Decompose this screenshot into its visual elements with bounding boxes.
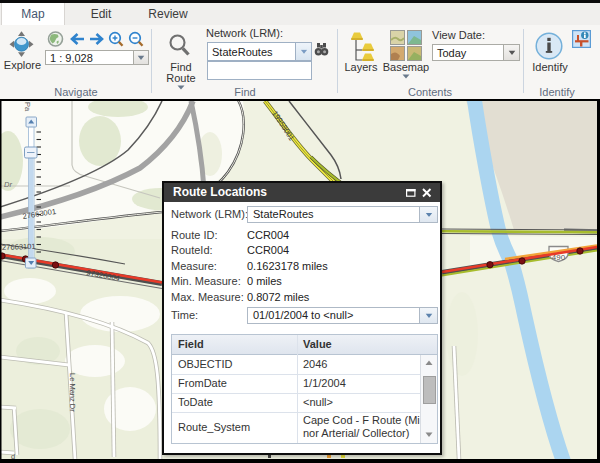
svg-text:Dr: Dr <box>4 180 12 189</box>
svg-text:Pa: Pa <box>23 102 32 112</box>
svg-text:Le Manz Dr: Le Manz Dr <box>68 373 77 412</box>
svg-text:27663101: 27663101 <box>2 242 36 252</box>
